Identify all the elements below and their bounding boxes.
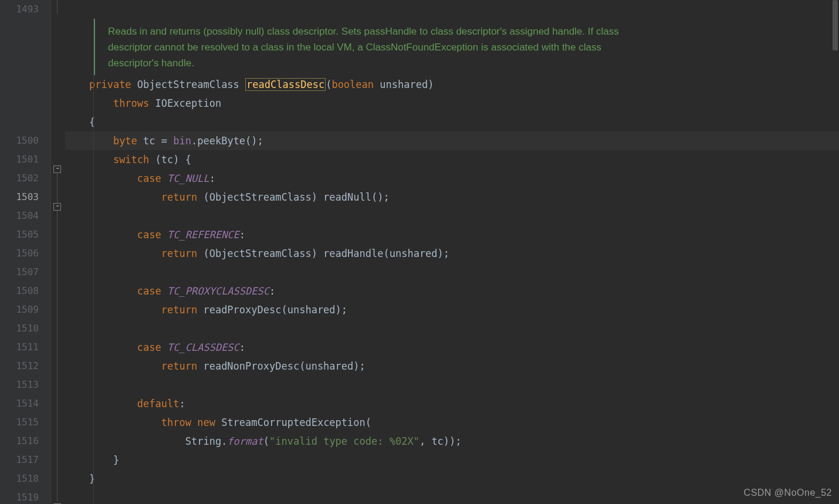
- line-number: 1507: [0, 263, 50, 282]
- code-line: case TC_NULL:: [65, 169, 839, 188]
- highlighted-method-name: readClassDesc: [245, 78, 326, 91]
- code-line: private ObjectStreamClass readClassDesc(…: [65, 75, 839, 94]
- line-number: 1514: [0, 394, 50, 413]
- code-line: case TC_REFERENCE:: [65, 225, 839, 244]
- line-number: 1513: [0, 376, 50, 394]
- code-editor[interactable]: 1493 1500 1501 1502 1503 1504 1505 1506 …: [0, 0, 839, 504]
- line-number: 1501: [0, 150, 50, 169]
- code-line: return (ObjectStreamClass) readHandle(un…: [65, 244, 839, 263]
- code-line: [65, 207, 839, 225]
- line-number: 1512: [0, 357, 50, 376]
- line-number: 1509: [0, 300, 50, 319]
- line-number: 1510: [0, 319, 50, 338]
- code-line: case TC_CLASSDESC:: [65, 338, 839, 357]
- line-number: 1505: [0, 225, 50, 244]
- fold-gutter: [51, 0, 65, 504]
- watermark-text: CSDN @NoOne_52: [744, 488, 832, 498]
- code-line: throws IOException: [65, 94, 839, 113]
- code-line: String.format("invalid type code: %02X",…: [65, 432, 839, 451]
- code-line: }: [65, 469, 839, 488]
- code-line-current: byte tc = bin.peekByte();: [65, 131, 839, 150]
- code-line: case TC_PROXYCLASSDESC:: [65, 282, 839, 300]
- code-line: return (ObjectStreamClass) readNull();: [65, 188, 839, 207]
- line-number: 1500: [0, 131, 50, 150]
- line-number: 1493: [0, 0, 50, 19]
- javadoc-text: Reads in and returns (possibly null) cla…: [108, 19, 648, 75]
- line-number: 1508: [0, 282, 50, 300]
- javadoc-block: Reads in and returns (possibly null) cla…: [93, 19, 839, 75]
- code-line: throw new StreamCorruptedException(: [65, 413, 839, 432]
- line-number: 1519: [0, 488, 50, 504]
- fold-toggle-icon[interactable]: [53, 203, 61, 211]
- code-line: switch (tc) {: [65, 150, 839, 169]
- line-number: 1506: [0, 244, 50, 263]
- indent-guide: [93, 19, 94, 504]
- vertical-scrollbar-thumb[interactable]: [833, 0, 838, 50]
- code-line: {: [65, 113, 839, 131]
- line-number: 1516: [0, 432, 50, 451]
- fold-toggle-icon[interactable]: [53, 165, 61, 173]
- line-number: 1515: [0, 413, 50, 432]
- code-line: default:: [65, 394, 839, 413]
- code-area[interactable]: Reads in and returns (possibly null) cla…: [65, 0, 839, 504]
- line-number: 1518: [0, 469, 50, 488]
- line-number: 1504: [0, 207, 50, 225]
- code-line: [65, 376, 839, 394]
- line-number-current: 1503: [0, 188, 50, 207]
- code-line: return readProxyDesc(unshared);: [65, 300, 839, 319]
- line-number: 1502: [0, 169, 50, 188]
- code-line: [65, 263, 839, 282]
- line-number: 1511: [0, 338, 50, 357]
- line-number: 1517: [0, 451, 50, 469]
- code-line: }: [65, 451, 839, 469]
- code-line: [65, 0, 839, 19]
- code-line: [65, 319, 839, 338]
- line-number-gutter: 1493 1500 1501 1502 1503 1504 1505 1506 …: [0, 0, 51, 504]
- code-line: return readNonProxyDesc(unshared);: [65, 357, 839, 376]
